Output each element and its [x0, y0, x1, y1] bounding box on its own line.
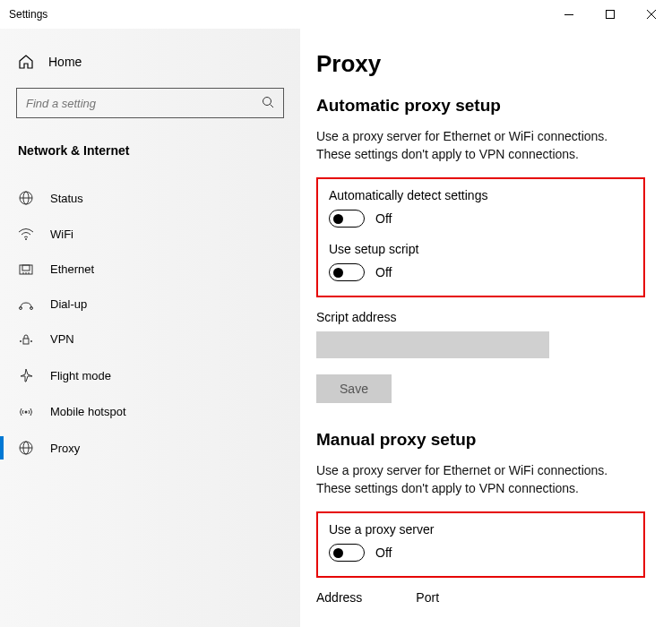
hotspot-icon [18, 406, 34, 418]
sidebar-item-label: Flight mode [50, 369, 111, 382]
sidebar-item-label: Proxy [50, 442, 80, 455]
sidebar-item-vpn[interactable]: VPN [0, 322, 300, 356]
maximize-button[interactable] [590, 0, 631, 29]
home-icon [18, 54, 34, 70]
home-link[interactable]: Home [0, 47, 300, 77]
svg-rect-1 [607, 11, 615, 19]
proxy-icon [18, 440, 34, 456]
sidebar-item-dialup[interactable]: Dial-up [0, 287, 300, 322]
svg-point-9 [25, 238, 27, 240]
setup-script-label: Use setup script [329, 242, 633, 256]
status-icon [18, 190, 34, 206]
maximize-icon [606, 10, 615, 19]
auto-detect-toggle[interactable] [329, 210, 365, 228]
svg-rect-11 [22, 265, 30, 271]
sidebar-item-mobile-hotspot[interactable]: Mobile hotspot [0, 394, 300, 429]
svg-point-4 [263, 97, 271, 105]
minimize-button[interactable] [548, 0, 590, 29]
auto-section-heading: Automatic proxy setup [316, 96, 645, 116]
sidebar-item-label: Ethernet [50, 262, 94, 276]
svg-point-20 [25, 410, 28, 413]
vpn-icon [18, 333, 34, 346]
sidebar-item-label: Status [50, 192, 83, 205]
address-label: Address [316, 590, 362, 605]
window-title: Settings [9, 8, 47, 21]
category-heading: Network & Internet [0, 136, 300, 165]
sidebar-item-proxy[interactable]: Proxy [0, 429, 300, 467]
svg-line-5 [271, 104, 274, 107]
manual-section-desc: Use a proxy server for Ethernet or WiFi … [316, 462, 645, 497]
sidebar-item-ethernet[interactable]: Ethernet [0, 252, 300, 287]
wifi-icon [18, 228, 34, 241]
script-address-label: Script address [316, 310, 645, 324]
window-controls [548, 0, 672, 29]
page-title: Proxy [316, 50, 645, 78]
sidebar-item-label: Dial-up [50, 297, 87, 311]
sidebar-item-flight-mode[interactable]: Flight mode [0, 356, 300, 394]
auto-detect-label: Automatically detect settings [329, 188, 633, 202]
manual-section-heading: Manual proxy setup [316, 430, 645, 450]
save-button: Save [316, 374, 392, 403]
port-label: Port [416, 590, 439, 605]
close-button[interactable] [631, 0, 672, 29]
script-address-input [316, 331, 549, 358]
auto-highlight-box: Automatically detect settings Off Use se… [316, 177, 645, 297]
auto-detect-state: Off [375, 211, 392, 226]
search-icon [262, 96, 274, 111]
svg-point-19 [30, 340, 32, 342]
sidebar-item-status[interactable]: Status [0, 179, 300, 217]
setup-script-state: Off [375, 265, 392, 279]
setup-script-toggle[interactable] [329, 263, 365, 281]
use-proxy-label: Use a proxy server [329, 522, 633, 537]
dialup-icon [18, 298, 34, 311]
auto-section-desc: Use a proxy server for Ethernet or WiFi … [316, 128, 645, 163]
svg-rect-17 [23, 339, 29, 344]
minimize-icon [564, 14, 573, 15]
manual-highlight-box: Use a proxy server Off [316, 511, 645, 578]
main-panel: Proxy Automatic proxy setup Use a proxy … [300, 29, 672, 627]
svg-point-18 [20, 340, 22, 342]
search-input[interactable] [26, 97, 262, 110]
use-proxy-toggle[interactable] [329, 544, 365, 562]
search-box[interactable] [16, 88, 284, 118]
titlebar: Settings [0, 0, 672, 29]
svg-rect-0 [564, 14, 573, 15]
home-label: Home [48, 55, 82, 69]
sidebar-item-wifi[interactable]: WiFi [0, 217, 300, 252]
sidebar-item-label: WiFi [50, 228, 73, 241]
sidebar: Home Network & Internet Status WiFi Ethe… [0, 29, 300, 627]
ethernet-icon [18, 263, 34, 276]
sidebar-item-label: Mobile hotspot [50, 405, 126, 418]
use-proxy-state: Off [375, 545, 392, 560]
sidebar-item-label: VPN [50, 332, 74, 346]
close-icon [647, 10, 656, 19]
flight-mode-icon [18, 367, 34, 383]
